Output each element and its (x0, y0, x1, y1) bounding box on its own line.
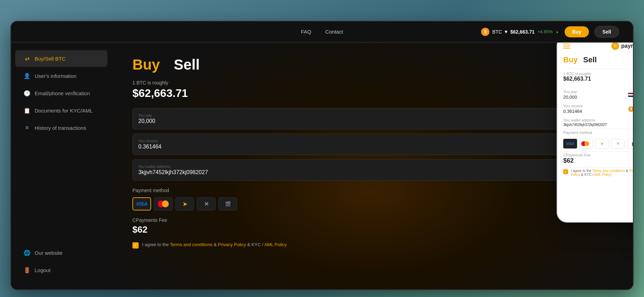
btc-ticker: ₿ BTC ▾ $62,663.71 +4.65% ▲ (481, 28, 559, 36)
mobile-fee-value: $62 (558, 157, 633, 167)
sidebar-item-website[interactable]: 🌐 Our website (15, 244, 107, 261)
sidebar-item-users-info[interactable]: 👤 User's information (15, 68, 107, 84)
mobile-usd-flag (628, 93, 633, 97)
mobile-cross-button[interactable]: ✕ (611, 139, 625, 148)
hamburger-line-3 (563, 48, 570, 48)
terms-text: I agree to the Terms and conditions & Pr… (142, 242, 287, 247)
history-icon: ≡ (24, 124, 31, 131)
laptop-container: FAQ Contact ₿ BTC ▾ $62,663.71 +4.65% ▲ … (0, 0, 644, 297)
btc-symbol: BTC (492, 29, 502, 35)
you-receive-value: 0.361464 (138, 144, 162, 150)
fee-value: $62 (132, 224, 612, 235)
you-pay-input[interactable]: You pay 20,000 (132, 108, 571, 129)
mobile-payment-methods: VISA ➤ ✕ (558, 136, 633, 151)
you-receive-label: You receive (138, 139, 566, 143)
laptop-screen: FAQ Contact ₿ BTC ▾ $62,663.71 +4.65% ▲ … (11, 21, 633, 289)
arrow-payment-icon: ➤ (183, 201, 187, 207)
wallet-value: 3kjjvh7452lkjh372kj0982027 (138, 169, 208, 176)
sidebar-item-email-verify[interactable]: 🕐 Email/phone verification (15, 85, 107, 101)
mobile-btc-section: 1 BTC is roughly $62,663.71 (558, 69, 633, 88)
mobile-aml-link[interactable]: AML Policy (594, 173, 611, 177)
film-payment-button[interactable]: 🎬 (218, 197, 237, 210)
mobile-wallet-row: You wallet address 3kjjvh7452lkjh372kj09… (558, 116, 633, 129)
mobile-mc-icon (581, 141, 591, 146)
btc-roughly-label: 1 BTC is roughly (132, 80, 612, 86)
main-inner: Buy Sell 1 BTC is roughly $62,663.71 You… (112, 43, 633, 289)
nav-buy-button[interactable]: Buy (565, 26, 589, 37)
arrow-payment-button[interactable]: ➤ (175, 197, 194, 210)
mobile-buy-tab[interactable]: Buy (563, 55, 578, 64)
mobile-visa-button[interactable]: VISA (563, 139, 577, 148)
main-content: ⇄ Buy/Sell BTC 👤 User's information 🕐 Em… (11, 43, 633, 289)
payments-c-icon: © (611, 43, 619, 50)
mobile-terms-row: ✓ I agree to the Terms and conditions & … (558, 168, 633, 178)
payment-method-label: Payment method (132, 188, 612, 193)
sidebar-item-kyc[interactable]: 📋 Documents for KYC/AML (15, 102, 107, 119)
terms-link-4[interactable]: AML Policy (264, 242, 287, 247)
nav-center: FAQ Contact (301, 29, 343, 35)
mobile-pay-input: You pay 20,000 (563, 90, 628, 100)
mobile-fee-label: CPayments Fee (558, 152, 633, 157)
contact-link[interactable]: Contact (325, 29, 343, 35)
logout-icon: 🚪 (24, 267, 31, 273)
nav-sell-button[interactable]: Sell (594, 26, 619, 38)
terms-checkbox[interactable]: ✓ (132, 242, 139, 249)
terms-link-1[interactable]: Terms and conditions (170, 242, 212, 247)
mobile-mc-button[interactable] (579, 139, 593, 148)
sidebar: ⇄ Buy/Sell BTC 👤 User's information 🕐 Em… (11, 43, 112, 289)
mobile-sell-tab[interactable]: Sell (583, 55, 597, 64)
visa-payment-button[interactable]: VISA (132, 197, 151, 210)
btc-price-display: $62,663.71 (132, 87, 612, 100)
hamburger-line-2 (563, 46, 570, 46)
btc-change: +4.65% (537, 29, 552, 34)
mobile-arrow-button[interactable]: ➤ (595, 139, 609, 148)
sidebar-item-history[interactable]: ≡ History of transactions (15, 119, 107, 136)
mobile-pay-currency[interactable]: USD ▾ (628, 92, 633, 97)
sidebar-footer: 🌐 Our website 🚪 Logout (11, 240, 112, 282)
sell-tab[interactable]: Sell (174, 56, 200, 73)
mastercard-icon (158, 200, 169, 207)
mobile-wallet-label: You wallet address (563, 118, 633, 122)
mobile-pay-row: You pay 20,000 USD ▾ (558, 88, 633, 102)
you-pay-group: You pay 20,000 USD ▾ (132, 108, 612, 129)
you-pay-value: 20,000 (138, 118, 155, 124)
mobile-pay-label: You pay (563, 90, 628, 94)
sidebar-item-logout[interactable]: 🚪 Logout (15, 262, 107, 278)
globe-icon: 🌐 (24, 249, 31, 256)
terms-link-2[interactable]: Privacy Policy (218, 242, 246, 247)
wallet-address-input[interactable]: You wallet address 3kjjvh7452lkjh372kj09… (132, 159, 612, 181)
wallet-inner: You wallet address 3kjjvh7452lkjh372kj09… (138, 164, 208, 176)
mobile-btc-price: $62,663.71 (563, 76, 633, 82)
cross-payment-button[interactable]: ✕ (197, 197, 216, 210)
btc-logo-icon: ₿ (481, 28, 489, 36)
sidebar-item-buy-sell[interactable]: ⇄ Buy/Sell BTC (15, 50, 107, 67)
you-pay-label: You pay (138, 113, 565, 117)
mobile-terms-checkbox[interactable]: ✓ (563, 169, 568, 174)
you-receive-input[interactable]: You receive 0.361464 (132, 134, 572, 155)
mastercard-payment-button[interactable] (154, 197, 173, 210)
kyc-text: KYC (252, 242, 261, 247)
nav-right: ₿ BTC ▾ $62,663.71 +4.65% ▲ Buy Sell (481, 26, 619, 38)
mobile-receive-row: You receive 0.361464 ₿ BTC ▾ (558, 102, 633, 116)
btc-dropdown-arrow[interactable]: ▾ (505, 28, 507, 35)
top-navigation: FAQ Contact ₿ BTC ▾ $62,663.71 +4.65% ▲ … (11, 21, 633, 42)
buy-tab[interactable]: Buy (132, 56, 160, 73)
user-icon: 👤 (24, 72, 31, 79)
wallet-label: You wallet address (138, 164, 208, 169)
mobile-terms-link-1[interactable]: Terms and conditions (592, 169, 625, 173)
mobile-pay-value: 20,000 (563, 94, 628, 100)
mobile-wallet-input: You wallet address 3kjjvh7452lkjh372kj09… (563, 118, 633, 127)
payments-logo-text: payments (621, 43, 633, 49)
mobile-film-icon: 🎬 (632, 142, 633, 146)
hamburger-line-1 (563, 44, 570, 44)
mobile-receive-input: You receive 0.361464 (563, 104, 628, 114)
faq-link[interactable]: FAQ (301, 29, 311, 35)
hamburger-icon[interactable] (563, 44, 570, 48)
fee-label: CPayments Fee (132, 217, 612, 223)
buy-sell-icon: ⇄ (24, 55, 31, 62)
terms-row: ✓ I agree to the Terms and conditions & … (132, 242, 612, 249)
mobile-phone: © payments Buy Sell 1 BTC is roug (557, 43, 633, 223)
mobile-receive-currency[interactable]: ₿ BTC ▾ (628, 106, 633, 112)
mobile-film-button[interactable]: 🎬 (627, 139, 633, 148)
mobile-wallet-value: 3kjjvh7452lkjh372kj0982027 (563, 123, 633, 127)
